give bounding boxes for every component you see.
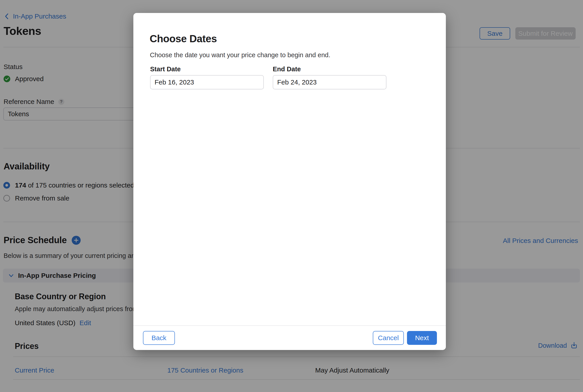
choose-dates-modal: Choose Dates Choose the date you want yo…: [133, 13, 446, 350]
start-date-input[interactable]: [150, 75, 264, 90]
next-button[interactable]: Next: [407, 331, 437, 345]
end-date-label: End Date: [273, 66, 301, 73]
back-button[interactable]: Back: [143, 331, 175, 345]
modal-title: Choose Dates: [150, 33, 217, 45]
app-store-connect-screen: In-App Purchases Tokens Save Submit for …: [0, 0, 583, 392]
start-date-label: Start Date: [150, 66, 181, 73]
modal-description: Choose the date you want your price chan…: [150, 52, 330, 59]
modal-footer: Back Cancel Next: [133, 326, 446, 350]
end-date-input[interactable]: [273, 75, 386, 90]
cancel-button[interactable]: Cancel: [373, 331, 404, 345]
